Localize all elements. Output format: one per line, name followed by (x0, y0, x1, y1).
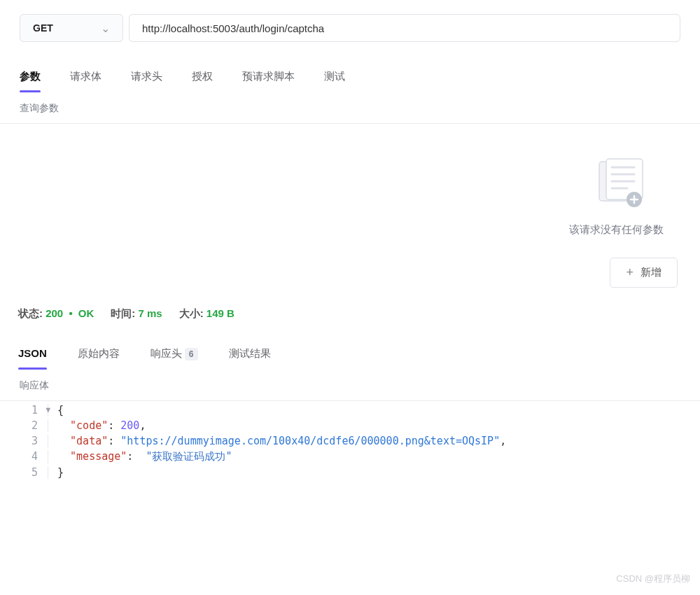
response-body-label: 响应体 (0, 370, 700, 401)
query-params-label: 查询参数 (0, 92, 700, 124)
code-line: 3 "data": "https://dummyimage.com/100x40… (0, 433, 700, 449)
tab-headers[interactable]: 请求头 (131, 64, 162, 92)
response-body-editor[interactable]: 1▼ { 2 "code": 200, 3 "data": "https://d… (0, 402, 700, 480)
response-status-bar: 状态: 200 • OK 时间: 7 ms 大小: 149 B (0, 298, 700, 333)
tab-tests[interactable]: 测试 (324, 64, 345, 92)
url-input[interactable] (129, 14, 680, 42)
tab-auth[interactable]: 授权 (192, 64, 213, 92)
tab-raw[interactable]: 原始内容 (78, 342, 120, 369)
tab-json[interactable]: JSON (18, 342, 47, 369)
http-method-label: GET (33, 22, 53, 34)
response-tabs: JSON 原始内容 响应头6 测试结果 (0, 333, 700, 370)
tab-test-results[interactable]: 测试结果 (229, 342, 271, 369)
empty-state: 该请求没有任何参数 + 新增 (0, 124, 700, 298)
status-size-group: 大小: 149 B (179, 307, 234, 321)
tab-prerequest[interactable]: 预请求脚本 (242, 64, 295, 92)
tab-body[interactable]: 请求体 (70, 64, 102, 92)
status-time-group: 时间: 7 ms (111, 307, 162, 321)
fold-arrow-icon[interactable]: ▼ (46, 405, 50, 414)
add-button-label: 新增 (640, 266, 662, 279)
watermark-text: CSDN @程序员柳 (616, 573, 690, 585)
code-line: 1▼ { (0, 402, 700, 418)
status-code-group: 状态: 200 • OK (18, 307, 94, 321)
tab-response-headers[interactable]: 响应头6 (150, 342, 198, 369)
plus-icon: + (626, 265, 634, 280)
code-line: 2 "code": 200, (0, 418, 700, 433)
request-tabs: 参数 请求体 请求头 授权 预请求脚本 测试 (0, 59, 700, 92)
code-line: 5 } (0, 465, 700, 480)
code-line: 4 "message": "获取验证码成功" (0, 449, 700, 465)
request-bar: GET ⌄ (0, 0, 700, 59)
empty-text: 该请求没有任何参数 (569, 223, 664, 237)
tab-params[interactable]: 参数 (20, 64, 41, 92)
add-param-button[interactable]: + 新增 (610, 258, 678, 288)
headers-count-badge: 6 (185, 348, 198, 360)
chevron-down-icon: ⌄ (101, 22, 110, 35)
http-method-select[interactable]: GET ⌄ (20, 14, 123, 42)
empty-icon (592, 158, 648, 211)
